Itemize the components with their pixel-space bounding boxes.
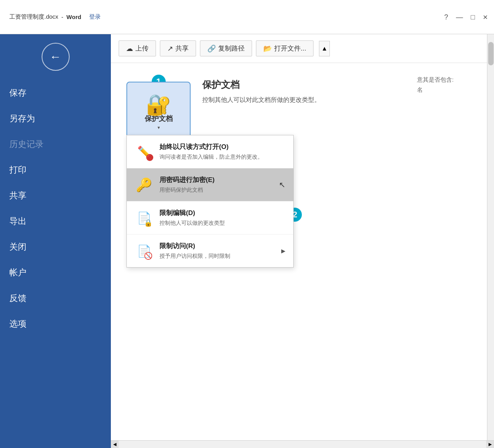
horizontal-scrollbar[interactable]: ◀ ▶ <box>111 440 494 448</box>
sidebar-item-options[interactable]: 选项 <box>0 311 111 337</box>
main-layout: ← 保存 另存为 历史记录 打印 共享 导出 关闭 帐户 反馈 选项 <box>0 34 494 448</box>
login-button[interactable]: 登录 <box>89 13 101 21</box>
encrypt-title: 用密码进行加密(E) <box>159 175 273 184</box>
content-area: ☁ 上传 ↗ 共享 🔗 复制路径 📂 打开文件... ▲ <box>111 34 487 448</box>
protect-title: 保护文档 <box>202 79 321 91</box>
menu-item-encrypt[interactable]: 🔑 用密码进行加密(E) 用密码保护此文档 ↖ <box>127 168 293 201</box>
restrict-access-title: 限制访问(R) <box>159 242 275 250</box>
vertical-scrollbar[interactable] <box>487 34 494 448</box>
protect-dropdown-menu: ✏️ 🚫 始终以只读方式打开(O) 询问读者是否加入编辑，防止意外的更改。 🔑 … <box>126 135 294 268</box>
help-button[interactable]: ? <box>444 13 448 21</box>
restrict-edit-desc: 控制他人可以做的更改类型 <box>159 219 286 227</box>
toolbar: ☁ 上传 ↗ 共享 🔗 复制路径 📂 打开文件... ▲ <box>111 34 487 63</box>
sidebar-item-saveas[interactable]: 另存为 <box>0 106 111 131</box>
menu-item-restrict-access[interactable]: 📄 🚫 限制访问(R) 授予用户访问权限，同时限制 ▶ <box>127 234 293 267</box>
restrict-edit-icon: 📄 🔒 <box>135 208 153 227</box>
copy-path-button[interactable]: 🔗 复制路径 <box>200 40 252 56</box>
back-arrow-icon: ← <box>50 50 61 63</box>
sidebar-item-print[interactable]: 打印 <box>0 157 111 183</box>
protect-box-arrow: ▾ <box>158 125 160 130</box>
upload-icon: ☁ <box>126 44 133 53</box>
sidebar-item-feedback[interactable]: 反馈 <box>0 285 111 311</box>
share-icon: ↗ <box>167 44 173 53</box>
close-button[interactable]: ✕ <box>483 13 488 21</box>
copy-path-icon: 🔗 <box>207 44 216 53</box>
chevron-right-icon: ▶ <box>489 442 492 447</box>
submenu-arrow-icon: ▶ <box>281 248 286 254</box>
encrypt-icon: 🔑 <box>135 175 153 194</box>
scroll-track[interactable] <box>119 441 486 448</box>
sidebar-item-share[interactable]: 共享 <box>0 183 111 208</box>
menu-item-readonly[interactable]: ✏️ 🚫 始终以只读方式打开(O) 询问读者是否加入编辑，防止意外的更改。 <box>127 135 293 168</box>
cursor-icon: ↖ <box>279 180 286 189</box>
restrict-access-icon: 📄 🚫 <box>135 242 153 260</box>
readonly-title: 始终以只读方式打开(O) <box>159 142 286 151</box>
title-bar: 工资管理制度.docx - Word 登录 ? — □ ✕ <box>0 0 494 34</box>
protect-document-icon: 🔐 <box>149 95 168 114</box>
open-file-button[interactable]: 📂 打开文件... <box>256 40 314 56</box>
minimize-button[interactable]: — <box>456 13 463 21</box>
title-bar-filename: 工资管理制度.docx <box>9 13 58 21</box>
restore-button[interactable]: □ <box>471 13 475 21</box>
sidebar: ← 保存 另存为 历史记录 打印 共享 导出 关闭 帐户 反馈 选项 <box>0 34 111 448</box>
share-button[interactable]: ↗ 共享 <box>160 40 196 56</box>
title-bar-appname: Word <box>67 14 81 20</box>
restrict-edit-title: 限制编辑(D) <box>159 208 286 217</box>
sidebar-item-history: 历史记录 <box>0 131 111 157</box>
back-button[interactable]: ← <box>42 43 70 71</box>
encrypt-desc: 用密码保护此文档 <box>159 186 273 194</box>
no-edit-icon: 🚫 <box>146 154 153 161</box>
chevron-left-icon: ◀ <box>113 442 116 447</box>
protect-text: 控制其他人可以对此文档所做的更改类型。 <box>202 95 321 105</box>
readonly-icon: ✏️ 🚫 <box>135 142 153 161</box>
sidebar-item-save[interactable]: 保存 <box>0 80 111 106</box>
scrollbar-thumb[interactable] <box>488 42 494 65</box>
scroll-left-button[interactable]: ◀ <box>111 441 119 448</box>
info-area: 1 🔐 保护文档 ▾ 保护文档 控制其他人可以对此文档所做的更改类型。 意其是 <box>111 63 487 144</box>
chevron-up-icon: ▲ <box>321 45 328 52</box>
folder-icon: 📂 <box>263 44 272 53</box>
readonly-desc: 询问读者是否加入编辑，防止意外的更改。 <box>159 153 286 161</box>
toolbar-scroll-button[interactable]: ▲ <box>319 41 330 56</box>
menu-item-restrict-edit[interactable]: 📄 🔒 限制编辑(D) 控制他人可以做的更改类型 <box>127 201 293 234</box>
upload-button[interactable]: ☁ 上传 <box>119 40 156 56</box>
protect-description: 保护文档 控制其他人可以对此文档所做的更改类型。 <box>202 75 321 144</box>
sidebar-item-account[interactable]: 帐户 <box>0 260 111 285</box>
right-panel-partial: 意其是否包含: 名 <box>417 75 487 94</box>
sidebar-item-close[interactable]: 关闭 <box>0 234 111 260</box>
protect-document-button[interactable]: 🔐 保护文档 ▾ <box>126 82 191 144</box>
sidebar-item-export[interactable]: 导出 <box>0 208 111 234</box>
scroll-right-button[interactable]: ▶ <box>486 441 494 448</box>
restrict-access-desc: 授予用户访问权限，同时限制 <box>159 252 275 260</box>
